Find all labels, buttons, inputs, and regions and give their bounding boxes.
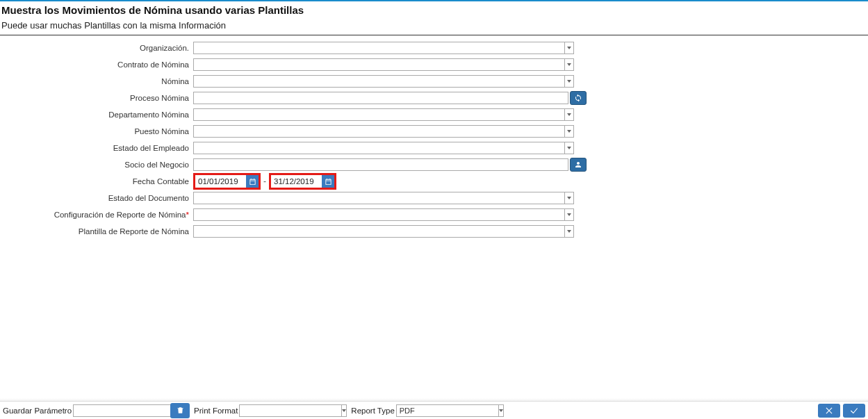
dropdown-btn-puesto-nomina[interactable]: [564, 125, 574, 138]
caret-down-icon: [567, 213, 571, 216]
caret-down-icon: [567, 130, 571, 133]
dropdown-btn-departamento-nomina[interactable]: [564, 108, 574, 121]
label-plantilla-reporte: Plantilla de Reporte de Nómina: [0, 227, 193, 236]
date-range-separator: -: [263, 176, 266, 186]
label-estado-documento: Estado del Documento: [0, 194, 193, 202]
dropdown-btn-print-format[interactable]: [341, 404, 347, 417]
dropdown-btn-organizacion[interactable]: [564, 42, 574, 54]
combo-plantilla-reporte[interactable]: [193, 225, 574, 238]
label-departamento-nomina: Departamento Nómina: [0, 110, 193, 119]
label-contrato-nomina: Contrato de Nómina: [0, 60, 193, 69]
combo-organizacion[interactable]: [193, 42, 574, 54]
caret-down-icon: [567, 147, 571, 149]
refresh-button[interactable]: [570, 91, 587, 105]
combo-print-format[interactable]: [239, 404, 347, 417]
dropdown-btn-plantilla-reporte[interactable]: [564, 225, 574, 238]
page-title: Muestra los Movimientos de Nómina usando…: [0, 1, 868, 20]
combo-nomina[interactable]: [193, 75, 574, 88]
label-proceso-nomina: Proceso Nómina: [0, 94, 193, 102]
label-guardar-parametro: Guardar Parámetro: [3, 406, 72, 415]
caret-down-icon: [567, 197, 571, 199]
input-report-type[interactable]: [396, 404, 498, 417]
label-organizacion: Organización.: [0, 44, 193, 52]
label-fecha-contable: Fecha Contable: [0, 177, 193, 186]
label-report-type: Report Type: [351, 406, 394, 415]
date-to-picker-button[interactable]: [322, 175, 334, 188]
bpartner-button[interactable]: [570, 158, 587, 172]
calendar-icon: [325, 178, 332, 186]
input-puesto-nomina[interactable]: [193, 125, 564, 138]
caret-down-icon: [342, 409, 346, 412]
combo-estado-documento[interactable]: [193, 192, 574, 204]
label-estado-empleado: Estado del Empleado: [0, 144, 193, 152]
ok-button[interactable]: [843, 404, 865, 418]
delete-button[interactable]: [170, 403, 190, 418]
label-config-reporte: Configuración de Reporte de Nómina*: [0, 211, 193, 219]
dropdown-btn-estado-documento[interactable]: [564, 192, 574, 204]
combo-estado-empleado[interactable]: [193, 142, 574, 154]
combo-departamento-nomina[interactable]: [193, 108, 574, 121]
input-socio-negocio[interactable]: [193, 158, 568, 171]
date-to-field[interactable]: [269, 173, 336, 190]
input-config-reporte[interactable]: [193, 208, 564, 221]
combo-contrato-nomina[interactable]: [193, 58, 574, 71]
input-nomina[interactable]: [193, 75, 564, 88]
input-plantilla-reporte[interactable]: [193, 225, 564, 238]
caret-down-icon: [499, 409, 503, 412]
dropdown-btn-contrato-nomina[interactable]: [564, 58, 574, 71]
input-departamento-nomina[interactable]: [193, 108, 564, 121]
refresh-icon: [574, 94, 582, 102]
caret-down-icon: [567, 47, 571, 49]
page-subtitle: Puede usar muchas Plantillas con la mism…: [0, 20, 868, 35]
label-nomina: Nómina: [0, 77, 193, 85]
input-guardar-parametro[interactable]: [73, 404, 175, 417]
caret-down-icon: [567, 63, 571, 66]
dropdown-btn-estado-empleado[interactable]: [564, 142, 574, 154]
combo-report-type[interactable]: [396, 404, 483, 417]
combo-puesto-nomina[interactable]: [193, 125, 574, 138]
date-from-input[interactable]: [195, 175, 246, 188]
input-print-format[interactable]: [239, 404, 341, 417]
header-divider: [0, 35, 868, 35]
caret-down-icon: [567, 113, 571, 116]
required-asterisk: *: [186, 211, 189, 219]
dropdown-btn-nomina[interactable]: [564, 75, 574, 88]
input-estado-documento[interactable]: [193, 192, 564, 204]
trash-icon: [176, 406, 185, 415]
input-contrato-nomina[interactable]: [193, 58, 564, 71]
calendar-icon: [249, 178, 256, 186]
dropdown-btn-report-type[interactable]: [498, 404, 504, 417]
dropdown-btn-config-reporte[interactable]: [564, 208, 574, 221]
combo-config-reporte[interactable]: [193, 208, 574, 221]
date-from-picker-button[interactable]: [246, 175, 259, 188]
input-proceso-nomina[interactable]: [193, 92, 568, 104]
label-puesto-nomina: Puesto Nómina: [0, 127, 193, 135]
bpartner-icon: [574, 161, 582, 169]
caret-down-icon: [567, 80, 571, 83]
label-print-format: Print Format: [194, 406, 238, 415]
input-organizacion[interactable]: [193, 42, 564, 54]
date-to-input[interactable]: [271, 175, 322, 188]
close-icon: [824, 406, 834, 416]
label-socio-negocio: Socio del Negocio: [0, 161, 193, 169]
bottom-bar: Guardar Parámetro Print Format Report Ty…: [0, 401, 868, 419]
caret-down-icon: [567, 230, 571, 233]
form-area: Organización. Contrato de Nómina Nómina: [0, 41, 868, 238]
combo-guardar-parametro[interactable]: [73, 404, 162, 417]
input-estado-empleado[interactable]: [193, 142, 564, 154]
date-from-field[interactable]: [193, 173, 261, 190]
check-icon: [849, 406, 859, 416]
cancel-button[interactable]: [818, 404, 840, 418]
